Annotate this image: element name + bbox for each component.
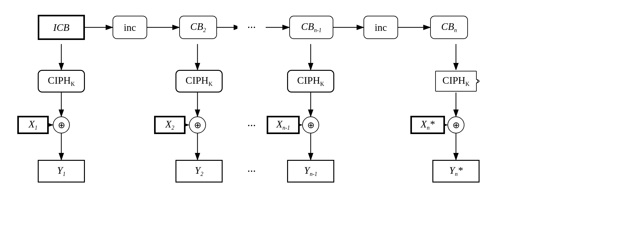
xor4: ⊕	[447, 116, 464, 133]
y2-label: Y2	[195, 165, 203, 177]
ciph1-box: CIPHK	[38, 70, 85, 93]
x1-label: X1	[29, 118, 38, 131]
xor3: ⊕	[302, 116, 319, 133]
cbn1-label: CBn-1	[301, 21, 322, 34]
y1-box: Y1	[38, 160, 85, 183]
xor2: ⊕	[189, 116, 206, 133]
yn1-label: Yn-1	[304, 165, 317, 177]
diagram: ICB inc CB2 ··· CBn-1 inc CBn CIPHK CIPH…	[0, 0, 644, 225]
ciph4-label: CIPHK	[442, 75, 469, 87]
inc1-label: inc	[124, 22, 136, 33]
xor2-symbol: ⊕	[194, 120, 201, 130]
xn1-box: Xn-1	[267, 116, 300, 134]
cb2-label: CB2	[190, 21, 206, 34]
yn-box: Yn*	[432, 160, 480, 183]
dots1: ···	[237, 17, 266, 37]
dots3: ···	[237, 160, 266, 183]
dots2-label: ···	[247, 119, 256, 132]
xn-box: Xn*	[410, 116, 445, 134]
ciph3-box: CIPHK	[287, 70, 334, 93]
dots2: ···	[237, 116, 266, 135]
y1-label: Y1	[57, 165, 66, 177]
inc2-box: inc	[364, 16, 398, 39]
ciph1-label: CIPHK	[48, 75, 75, 87]
cb2-box: CB2	[179, 16, 217, 39]
x1-box: X1	[17, 116, 49, 134]
x2-box: X2	[154, 116, 186, 134]
xn1-label: Xn-1	[276, 118, 290, 131]
dots1-label: ···	[247, 21, 256, 34]
yn1-box: Yn-1	[287, 160, 334, 183]
xor4-symbol: ⊕	[452, 120, 460, 130]
xor3-symbol: ⊕	[307, 120, 314, 130]
yn-label: Yn*	[449, 165, 463, 177]
ciph2-box: CIPHK	[175, 70, 223, 93]
icb-box: ICB	[38, 15, 85, 40]
xor1-symbol: ⊕	[58, 120, 65, 130]
ciph3-label: CIPHK	[297, 75, 324, 87]
cbn-label: CBn	[441, 21, 457, 34]
inc2-label: inc	[375, 22, 387, 33]
x2-label: X2	[165, 118, 175, 131]
dots3-label: ···	[247, 165, 256, 178]
ciph2-label: CIPHK	[186, 75, 213, 87]
ciph4-box: CIPHK	[432, 70, 480, 93]
xn-label: Xn*	[421, 118, 435, 131]
cbn1-box: CBn-1	[289, 16, 333, 39]
y2-box: Y2	[175, 160, 223, 183]
inc1-box: inc	[113, 16, 147, 39]
icb-label: ICB	[53, 22, 69, 33]
xor1: ⊕	[53, 116, 70, 133]
cbn-box: CBn	[430, 16, 468, 39]
